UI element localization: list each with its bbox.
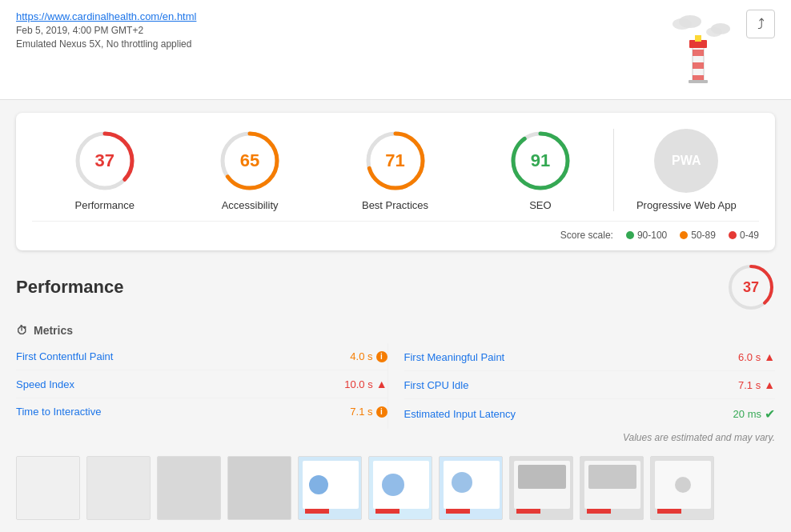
svg-rect-5: [693, 50, 704, 56]
metric-value-si: 10.0 s ▲: [344, 378, 387, 390]
metric-value-fcp: 4.0 s i: [350, 350, 387, 362]
metrics-title: Metrics: [34, 324, 73, 337]
svg-rect-35: [516, 509, 540, 514]
thumbnail-9: [580, 456, 644, 520]
metric-row-fmp: First Meaningful Paint 6.0 s ▲: [404, 343, 776, 371]
ok-icon-eil: ✔: [765, 406, 775, 422]
metric-name-eil[interactable]: Estimated Input Latency: [404, 408, 516, 420]
thumbnail-10: [650, 456, 714, 520]
scores-row: 37 Performance 65 Accessibility: [32, 129, 759, 211]
gauge-best-practices: 71: [363, 129, 428, 193]
thumbnail-6: [368, 456, 432, 520]
svg-point-3: [711, 23, 730, 34]
metric-name-fcp[interactable]: First Contentful Paint: [16, 350, 113, 362]
metric-value-tti: 7.1 s i: [350, 406, 387, 418]
page-url[interactable]: https://www.cardinalhealth.com/en.html: [16, 10, 196, 22]
metric-row-fcp: First Contentful Paint 4.0 s i: [16, 343, 387, 370]
top-bar: https://www.cardinalhealth.com/en.html F…: [0, 0, 791, 100]
scale-title: Score scale:: [560, 230, 613, 241]
scan-date: Feb 5, 2019, 4:00 PM GMT+2: [16, 25, 196, 36]
score-value-performance: 37: [94, 150, 114, 171]
score-scale: Score scale: 90-100 50-89 0-49: [32, 221, 759, 241]
metric-row-eil: Estimated Input Latency 20 ms ✔: [404, 399, 776, 429]
score-label-best-practices: Best Practices: [362, 199, 428, 211]
score-value-best-practices: 71: [385, 150, 404, 171]
scale-item-green: 90-100: [626, 230, 667, 241]
share-button[interactable]: ⤴: [746, 10, 775, 38]
info-icon-tti[interactable]: i: [376, 406, 387, 418]
thumbnail-1: [16, 456, 80, 520]
metric-val-fci: 7.1 s: [738, 379, 761, 391]
estimated-note: Values are estimated and may vary.: [16, 432, 775, 443]
pwa-circle: PWA: [654, 129, 718, 193]
metric-val-fmp: 6.0 s: [738, 351, 761, 363]
metric-value-fci: 7.1 s ▲: [738, 378, 775, 391]
metrics-col-right: First Meaningful Paint 6.0 s ▲ First CPU…: [387, 343, 776, 429]
thumbnail-3: [157, 456, 221, 520]
scale-label-orange: 50-89: [691, 230, 716, 241]
top-bar-actions: ⤴: [666, 10, 775, 90]
thumbnail-7: [439, 456, 503, 520]
warn-icon-fci: ▲: [764, 378, 775, 391]
pwa-abbr: PWA: [672, 154, 701, 168]
warn-icon-fmp: ▲: [764, 350, 775, 363]
svg-rect-9: [695, 35, 701, 42]
score-item-best-practices[interactable]: 71 Best Practices: [323, 129, 468, 211]
thumbnail-8: [509, 456, 573, 520]
info-icon-fcp[interactable]: i: [376, 351, 387, 362]
warn-icon-si: ▲: [376, 378, 387, 390]
svg-rect-43: [657, 509, 681, 514]
svg-rect-6: [693, 62, 704, 69]
scale-dot-orange: [680, 231, 688, 239]
svg-point-44: [675, 477, 691, 493]
metric-name-fci[interactable]: First CPU Idle: [404, 379, 469, 391]
metric-value-fmp: 6.0 s ▲: [738, 350, 775, 363]
section-header: Performance 37: [16, 263, 775, 311]
svg-rect-23: [305, 509, 329, 514]
metrics-section: ⏱ Metrics First Contentful Paint 4.0 s i…: [16, 324, 775, 443]
svg-point-28: [382, 474, 404, 496]
metrics-header: ⏱ Metrics: [16, 324, 775, 337]
score-item-pwa[interactable]: PWA Progressive Web App: [613, 129, 759, 211]
metric-name-fmp[interactable]: First Meaningful Paint: [404, 351, 505, 363]
thumbnails-row: [16, 456, 775, 520]
thumbnail-4: [227, 456, 291, 520]
metric-val-tti: 7.1 s: [350, 406, 372, 418]
svg-point-32: [452, 472, 472, 493]
timer-icon: ⏱: [16, 324, 27, 337]
metric-name-tti[interactable]: Time to Interactive: [16, 406, 101, 418]
scale-dot-red: [729, 231, 737, 239]
device-info: Emulated Nexus 5X, No throttling applied: [16, 38, 196, 50]
scores-card: 37 Performance 65 Accessibility: [16, 113, 775, 250]
svg-point-1: [679, 15, 701, 28]
gauge-seo: 91: [508, 129, 572, 193]
thumbnail-2: [86, 456, 151, 520]
score-value-accessibility: 65: [240, 150, 259, 171]
performance-score-number: 37: [743, 279, 759, 296]
score-label-seo: SEO: [529, 199, 551, 211]
metric-row-fci: First CPU Idle 7.1 s ▲: [404, 371, 776, 399]
score-item-accessibility[interactable]: 65 Accessibility: [177, 129, 322, 211]
gauge-performance: 37: [73, 129, 137, 193]
score-label-pwa: Progressive Web App: [636, 199, 737, 211]
svg-rect-31: [446, 509, 470, 514]
metric-name-si[interactable]: Speed Index: [16, 378, 74, 390]
metric-value-eil: 20 ms ✔: [733, 406, 775, 422]
metric-val-eil: 20 ms: [733, 408, 761, 420]
scale-label-red: 0-49: [740, 230, 759, 241]
metrics-col-left: First Contentful Paint 4.0 s i Speed Ind…: [16, 343, 387, 429]
scale-label-green: 90-100: [637, 230, 667, 241]
score-item-seo[interactable]: 91 SEO: [468, 129, 612, 211]
svg-rect-36: [518, 465, 566, 489]
metric-row-si: Speed Index 10.0 s ▲: [16, 370, 387, 398]
metrics-columns: First Contentful Paint 4.0 s i Speed Ind…: [16, 343, 775, 429]
lighthouse-graphic: [666, 10, 730, 90]
svg-rect-39: [587, 509, 611, 514]
score-value-seo: 91: [531, 150, 550, 171]
svg-rect-27: [375, 509, 400, 514]
svg-rect-40: [588, 465, 636, 489]
score-item-performance[interactable]: 37 Performance: [32, 129, 177, 211]
metric-val-fcp: 4.0 s: [350, 350, 372, 362]
performance-section: Performance 37 ⏱ Metrics First Contentfu…: [0, 263, 791, 520]
scale-dot-green: [626, 231, 634, 239]
